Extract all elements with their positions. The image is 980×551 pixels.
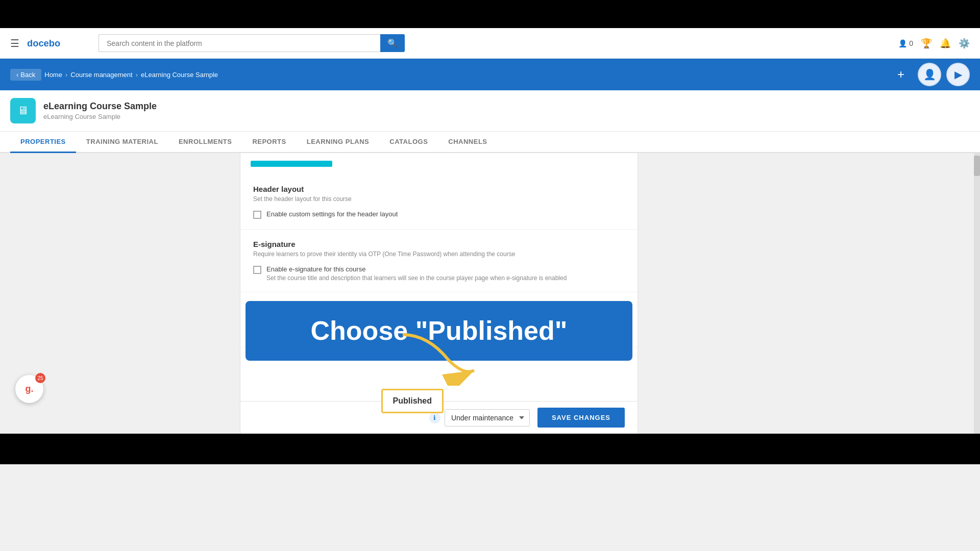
course-info: eLearning Course Sample eLearning Course…: [43, 101, 157, 120]
bottom-black-bar: [0, 434, 980, 464]
course-title: eLearning Course Sample: [43, 101, 157, 112]
esignature-checkbox-label: Enable e-signature for this course: [266, 265, 567, 273]
esignature-subtitle: Require learners to prove their identity…: [253, 251, 625, 258]
course-subtitle: eLearning Course Sample: [43, 113, 157, 120]
settings-gear-icon[interactable]: ⚙️: [959, 38, 970, 49]
g2-badge-text: g.: [26, 384, 34, 394]
breadcrumb-course-management[interactable]: Course management: [70, 71, 132, 79]
top-black-bar: [0, 0, 980, 28]
hamburger-icon[interactable]: ☰: [10, 37, 19, 49]
esignature-title: E-signature: [253, 240, 625, 248]
tab-training-material[interactable]: TRAINING MATERIAL: [76, 132, 168, 152]
logo: docebo: [27, 36, 78, 51]
content-area: Header layout Set the header layout for …: [240, 153, 638, 434]
header-layout-section: Header layout Set the header layout for …: [240, 174, 638, 230]
breadcrumb-sep-2: ›: [136, 71, 138, 79]
tab-properties[interactable]: PROPERTIES: [10, 132, 76, 153]
course-header: 🖥 eLearning Course Sample eLearning Cour…: [0, 90, 980, 132]
g2-badge-container: g. 25: [15, 375, 43, 403]
arrow-svg: [387, 330, 489, 386]
play-button[interactable]: ▶: [946, 63, 970, 86]
trophy-icon[interactable]: 🏆: [921, 38, 932, 49]
header-layout-subtitle: Set the header layout for this course: [253, 195, 625, 203]
search-container: 🔍: [99, 34, 405, 52]
header-layout-checkbox-label: Enable custom settings for the header la…: [266, 210, 398, 218]
header-actions: 👤 0 🏆 🔔 ⚙️: [898, 38, 970, 49]
breadcrumb-home[interactable]: Home: [44, 71, 62, 79]
published-highlight-box: Published: [381, 389, 444, 413]
search-button[interactable]: 🔍: [380, 34, 405, 52]
esignature-checkbox-text: Enable e-signature for this course Set t…: [266, 265, 567, 282]
esignature-checkbox[interactable]: [253, 266, 261, 274]
scroll-bar[interactable]: [974, 153, 980, 434]
app-header: ☰ docebo 🔍 👤 0 🏆 🔔 ⚙️: [0, 28, 980, 59]
arrow-container: [387, 330, 489, 388]
status-select-container: ℹ Under maintenance Published: [429, 409, 530, 427]
header-layout-title: Header layout: [253, 185, 625, 193]
esignature-checkbox-sublabel: Set the course title and description tha…: [266, 274, 567, 282]
save-changes-button[interactable]: SAVE CHANGES: [537, 408, 625, 428]
breadcrumb-current: eLearning Course Sample: [141, 71, 218, 79]
breadcrumb-actions: + 👤 ▶: [889, 63, 970, 86]
svg-text:docebo: docebo: [27, 37, 60, 48]
tab-enrollments[interactable]: ENROLLMENTS: [168, 132, 242, 152]
tab-channels[interactable]: CHANNELS: [438, 132, 497, 152]
search-input[interactable]: [99, 34, 380, 52]
esignature-section: E-signature Require learners to prove th…: [240, 230, 638, 292]
scroll-thumb[interactable]: [974, 156, 980, 176]
tab-catalogs[interactable]: CATALOGS: [379, 132, 438, 152]
esignature-checkbox-row: Enable e-signature for this course Set t…: [253, 265, 625, 282]
tab-reports[interactable]: REPORTS: [242, 132, 296, 152]
tabs-bar: PROPERTIES TRAINING MATERIAL ENROLLMENTS…: [0, 132, 980, 153]
breadcrumb-sep-1: ›: [65, 71, 67, 79]
g2-badge-notification: 25: [35, 373, 45, 383]
add-button[interactable]: +: [889, 63, 913, 86]
color-bar: [251, 161, 332, 167]
published-label: Published: [393, 396, 432, 405]
course-icon: 🖥: [10, 98, 36, 123]
back-button[interactable]: ‹ Back: [10, 69, 41, 81]
main-layout: Header layout Set the header layout for …: [0, 153, 980, 434]
user-admin-icon[interactable]: 👤 0: [898, 39, 913, 47]
person-icon-button[interactable]: 👤: [918, 63, 941, 86]
breadcrumb-bar: ‹ Back Home › Course management › eLearn…: [0, 59, 980, 90]
notification-bell-icon[interactable]: 🔔: [940, 38, 951, 49]
header-layout-checkbox-row: Enable custom settings for the header la…: [253, 210, 625, 219]
status-select[interactable]: Under maintenance Published: [445, 409, 530, 427]
header-layout-checkbox[interactable]: [253, 211, 261, 219]
tab-learning-plans[interactable]: LEARNING PLANS: [297, 132, 380, 152]
g2-badge[interactable]: g. 25: [15, 375, 43, 403]
info-icon[interactable]: ℹ: [429, 412, 440, 423]
